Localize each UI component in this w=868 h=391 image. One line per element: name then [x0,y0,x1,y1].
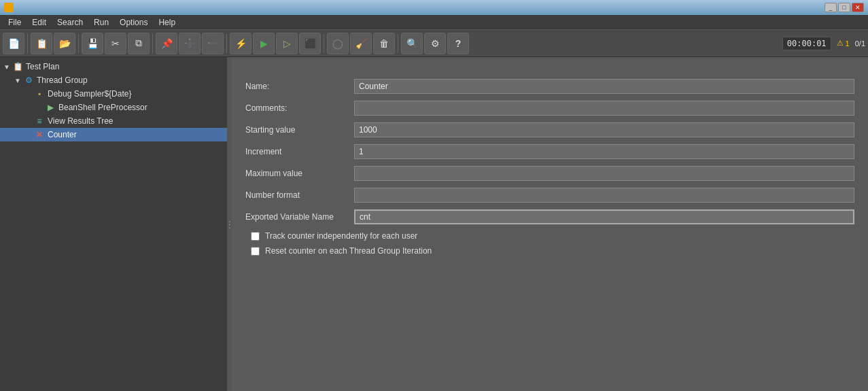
menu-item-search[interactable]: Search [52,16,88,29]
exported-var-field[interactable] [354,209,854,224]
menu-item-options[interactable]: Options [114,16,153,29]
tree-toggle-beanshell[interactable] [35,103,44,112]
stop-button[interactable] [299,33,321,54]
save-button[interactable] [82,33,103,54]
window-controls: _ □ ✕ [824,3,864,12]
help-button[interactable] [447,33,469,54]
toolbar-separator [27,34,28,53]
tree-label-beanshell: BeanShell PreProcessor [58,103,147,112]
tree-toggle-counter[interactable] [24,131,33,139]
form-row-starting-value-field: Starting value [245,122,854,137]
toolbar-separator [398,34,398,53]
tree-label-thread-group: Thread Group [37,75,88,85]
cut-button[interactable] [105,33,126,54]
form-label-exported-var-field: Exported Variable Name [245,212,354,222]
tree-label-view-results: View Results Tree [48,116,114,126]
maximize-button[interactable]: □ [838,3,850,12]
copy-button[interactable] [128,33,150,54]
checkbox-container: Track counter independently for each use… [245,231,854,256]
tree-icon-thread-group: ⚙ [23,75,34,86]
comments-field[interactable] [354,101,854,116]
form-row-name-field: Name: [245,79,854,94]
new-button[interactable] [3,33,24,54]
form-row-comments-field: Comments: [245,101,854,116]
template-button[interactable] [31,33,52,54]
sidebar-item-thread-group[interactable]: ▼⚙Thread Group [0,73,227,87]
menu-item-file[interactable]: File [3,16,27,29]
tree-label-test-plan: Test Plan [26,62,59,71]
toolbar-separator [78,34,79,53]
thread-count: 0/1 [855,39,865,48]
timer-box: 00:00:01 [782,37,831,50]
main-layout: ▼📋Test Plan▼⚙Thread Group▪Debug Sampler$… [0,57,868,391]
toolbar-separator [226,34,227,53]
name-field[interactable] [354,79,854,94]
toolbar-separator [324,34,324,53]
close-button[interactable]: ✕ [852,3,864,12]
sidebar-item-counter[interactable]: ✖Counter [0,128,227,141]
form-label-name-field: Name: [245,82,354,91]
tree-icon-test-plan: 📋 [12,61,23,72]
form-row-number-format-field: Number format [245,188,854,203]
tree-icon-debug-sampler: ▪ [34,88,45,99]
checkbox-row-track-checkbox: Track counter independently for each use… [245,231,854,241]
func-button[interactable] [424,33,446,54]
menu-item-run[interactable]: Run [88,16,114,29]
starting-value-field[interactable] [354,122,854,137]
shutdown-button[interactable] [327,33,349,54]
toolbar: 00:00:01 ⚠ 1 0/1 [0,30,868,57]
menu-item-help[interactable]: Help [153,16,181,29]
tree-label-counter: Counter [48,130,77,139]
sidebar-item-debug-sampler[interactable]: ▪Debug Sampler${Date} [0,87,227,101]
collapse-button[interactable] [202,33,224,54]
startno-button[interactable] [276,33,298,54]
minimize-button[interactable]: _ [824,3,837,12]
form-container: Name:Comments:Starting valueIncrementMax… [245,79,854,224]
clear-button[interactable] [350,33,372,54]
title-bar: _ □ ✕ [0,0,868,15]
maximum-value-field[interactable] [354,166,854,181]
form-label-maximum-value-field: Maximum value [245,169,354,178]
sidebar-item-test-plan[interactable]: ▼📋Test Plan [0,60,227,73]
tree-toggle-thread-group[interactable]: ▼ [14,76,22,84]
toggle-button[interactable] [230,33,251,54]
tree-label-debug-sampler: Debug Sampler${Date} [48,89,131,99]
tree-toggle-test-plan[interactable]: ▼ [3,63,11,71]
start-button[interactable] [253,33,275,54]
warning-indicator: ⚠ 1 [837,39,850,48]
form-label-increment-field: Increment [245,147,354,156]
tree-toggle-view-results[interactable] [24,117,33,125]
sidebar-item-view-results[interactable]: ≡View Results Tree [0,114,227,128]
tree-toggle-debug-sampler[interactable] [24,90,33,98]
form-row-maximum-value-field: Maximum value [245,166,854,181]
sidebar: ▼📋Test Plan▼⚙Thread Group▪Debug Sampler$… [0,57,228,391]
warning-count: 1 [846,39,850,48]
tree-icon-beanshell: ▶ [45,102,56,113]
warning-icon: ⚠ [837,39,844,48]
checkbox-label-reset-checkbox: Reset counter on each Thread Group Itera… [265,246,432,256]
form-label-comments-field: Comments: [245,103,354,113]
menu-item-edit[interactable]: Edit [27,16,52,29]
open-button[interactable] [54,33,75,54]
reset-checkbox[interactable] [251,247,260,256]
tree-icon-counter: ✖ [34,129,45,140]
search-button[interactable] [401,33,423,54]
form-row-exported-var-field: Exported Variable Name [245,209,854,224]
timer-display: 00:00:01 ⚠ 1 0/1 [782,37,865,50]
content-area: Name:Comments:Starting valueIncrementMax… [232,57,868,391]
menu-bar: FileEditSearchRunOptionsHelp [0,15,868,30]
toolbar-separator [152,34,153,53]
paste-button[interactable] [156,33,177,54]
increment-field[interactable] [354,144,854,159]
form-row-increment-field: Increment [245,144,854,159]
sidebar-item-beanshell[interactable]: ▶BeanShell PreProcessor [0,101,227,114]
form-label-number-format-field: Number format [245,190,354,200]
track-checkbox[interactable] [251,232,260,241]
checkbox-label-track-checkbox: Track counter independently for each use… [265,231,417,241]
form-label-starting-value-field: Starting value [245,125,354,135]
expand-button[interactable] [179,33,201,54]
tree-icon-view-results: ≡ [34,116,45,126]
clearall-button[interactable] [373,33,395,54]
number-format-field[interactable] [354,188,854,203]
checkbox-row-reset-checkbox: Reset counter on each Thread Group Itera… [245,246,854,256]
